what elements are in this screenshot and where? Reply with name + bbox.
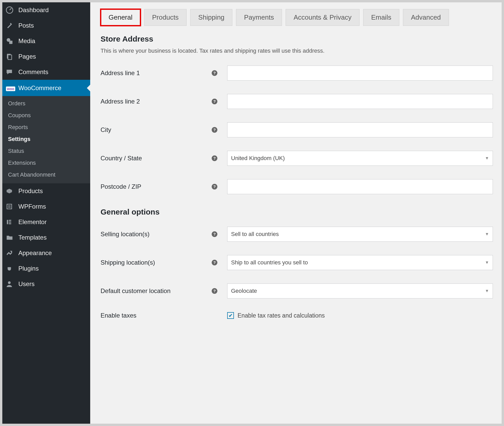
sidebar-item-comments[interactable]: Comments — [2, 64, 90, 80]
comment-icon — [6, 69, 15, 75]
row-country-state: Country / State ? United Kingdom (UK) ▼ — [101, 151, 493, 166]
chevron-down-icon: ▼ — [485, 156, 489, 161]
svg-rect-5 — [7, 204, 12, 209]
row-shipping-locations: Shipping location(s) ? Ship to all count… — [101, 255, 493, 270]
sidebar-item-label: Plugins — [18, 265, 39, 272]
sidebar-item-label: Users — [18, 280, 35, 288]
sidebar-item-elementor[interactable]: Elementor — [2, 214, 90, 230]
help-icon[interactable]: ? — [212, 184, 217, 190]
row-selling-locations: Selling location(s) ? Sell to all countr… — [101, 227, 493, 242]
admin-sidebar: Dashboard Posts Media Pages Comments — [2, 2, 90, 424]
sidebar-item-templates[interactable]: Templates — [2, 230, 90, 245]
svg-point-12 — [8, 281, 11, 284]
label-postcode: Postcode / ZIP — [101, 183, 212, 190]
submenu-orders[interactable]: Orders — [2, 98, 90, 109]
templates-icon — [6, 234, 15, 241]
country-state-select[interactable]: United Kingdom (UK) ▼ — [227, 151, 493, 166]
svg-rect-4 — [8, 55, 12, 60]
sidebar-item-label: Products — [18, 187, 43, 195]
address-line-1-input[interactable] — [227, 66, 493, 81]
help-icon[interactable]: ? — [212, 70, 217, 76]
sidebar-item-label: Elementor — [18, 218, 47, 226]
sidebar-item-appearance[interactable]: Appearance — [2, 245, 90, 261]
shipping-locations-select[interactable]: Ship to all countries you sell to ▼ — [227, 255, 493, 270]
products-icon — [6, 188, 15, 194]
row-city: City ? — [101, 122, 493, 137]
svg-rect-8 — [7, 220, 8, 224]
store-address-description: This is where your business is located. … — [101, 48, 493, 54]
label-default-customer-location: Default customer location — [101, 287, 212, 295]
postcode-input[interactable] — [227, 179, 493, 194]
sidebar-item-label: Comments — [18, 68, 48, 76]
sidebar-item-pages[interactable]: Pages — [2, 49, 90, 64]
store-address-heading: Store Address — [101, 35, 493, 43]
submenu-cart-abandonment[interactable]: Cart Abandonment — [2, 169, 90, 181]
elementor-icon — [6, 219, 15, 225]
svg-rect-9 — [9, 220, 11, 221]
sidebar-item-plugins[interactable]: Plugins — [2, 261, 90, 276]
submenu-reports[interactable]: Reports — [2, 121, 90, 133]
tab-general[interactable]: General — [101, 9, 141, 26]
enable-taxes-checkbox[interactable]: ✔ — [227, 312, 234, 319]
help-icon[interactable]: ? — [212, 127, 217, 133]
svg-rect-2 — [9, 41, 13, 44]
pages-icon — [6, 53, 15, 60]
sidebar-item-wpforms[interactable]: WPForms — [2, 199, 90, 214]
select-value: Geolocate — [231, 288, 257, 294]
help-icon[interactable]: ? — [212, 231, 217, 237]
dashboard-icon — [6, 6, 15, 14]
tab-shipping[interactable]: Shipping — [190, 9, 232, 26]
label-selling-locations: Selling location(s) — [101, 231, 212, 238]
label-country-state: Country / State — [101, 155, 212, 162]
label-address-line-2: Address line 2 — [101, 98, 212, 105]
submenu-status[interactable]: Status — [2, 145, 90, 157]
sidebar-item-label: Appearance — [18, 249, 52, 257]
select-value: Ship to all countries you sell to — [231, 259, 308, 266]
help-icon[interactable]: ? — [212, 288, 217, 294]
settings-tabs: General Products Shipping Payments Accou… — [101, 9, 493, 26]
tab-payments[interactable]: Payments — [236, 9, 282, 26]
city-input[interactable] — [227, 122, 493, 137]
help-icon[interactable]: ? — [212, 155, 217, 161]
woocommerce-icon: woo — [6, 84, 15, 92]
address-line-2-input[interactable] — [227, 94, 493, 109]
submenu-settings[interactable]: Settings — [2, 133, 90, 145]
appearance-icon — [6, 250, 15, 256]
sidebar-item-media[interactable]: Media — [2, 33, 90, 49]
sidebar-item-label: Posts — [18, 22, 34, 29]
selling-locations-select[interactable]: Sell to all countries ▼ — [227, 227, 493, 242]
submenu-extensions[interactable]: Extensions — [2, 157, 90, 169]
svg-rect-10 — [9, 222, 11, 223]
tab-products[interactable]: Products — [144, 9, 187, 26]
sidebar-item-label: Dashboard — [18, 6, 49, 14]
help-icon[interactable]: ? — [212, 260, 217, 265]
media-icon — [6, 37, 15, 45]
enable-taxes-checkbox-row[interactable]: ✔ Enable tax rates and calculations — [227, 312, 493, 319]
submenu-coupons[interactable]: Coupons — [2, 109, 90, 121]
general-options-heading: General options — [101, 208, 493, 216]
select-value: United Kingdom (UK) — [231, 155, 285, 162]
label-enable-taxes: Enable taxes — [101, 312, 212, 319]
sidebar-item-woocommerce[interactable]: woo WooCommerce — [2, 80, 90, 96]
tab-emails[interactable]: Emails — [363, 9, 399, 26]
sidebar-item-posts[interactable]: Posts — [2, 18, 90, 33]
help-icon[interactable]: ? — [212, 99, 217, 104]
row-address-line-1: Address line 1 ? — [101, 66, 493, 81]
pin-icon — [6, 22, 15, 29]
default-customer-location-select[interactable]: Geolocate ▼ — [227, 283, 493, 298]
tab-advanced[interactable]: Advanced — [403, 9, 449, 26]
chevron-down-icon: ▼ — [485, 289, 489, 293]
sidebar-item-products[interactable]: Products — [2, 183, 90, 199]
sidebar-item-label: Pages — [18, 53, 36, 60]
sidebar-item-label: WPForms — [18, 203, 46, 210]
settings-panel: General Products Shipping Payments Accou… — [90, 2, 502, 424]
sidebar-item-label: Templates — [18, 234, 47, 241]
chevron-down-icon: ▼ — [485, 260, 489, 265]
row-postcode: Postcode / ZIP ? — [101, 179, 493, 194]
label-address-line-1: Address line 1 — [101, 69, 212, 77]
sidebar-item-dashboard[interactable]: Dashboard — [2, 2, 90, 18]
sidebar-item-users[interactable]: Users — [2, 276, 90, 292]
svg-rect-11 — [9, 223, 11, 224]
tab-accounts-privacy[interactable]: Accounts & Privacy — [286, 9, 360, 26]
row-address-line-2: Address line 2 ? — [101, 94, 493, 109]
